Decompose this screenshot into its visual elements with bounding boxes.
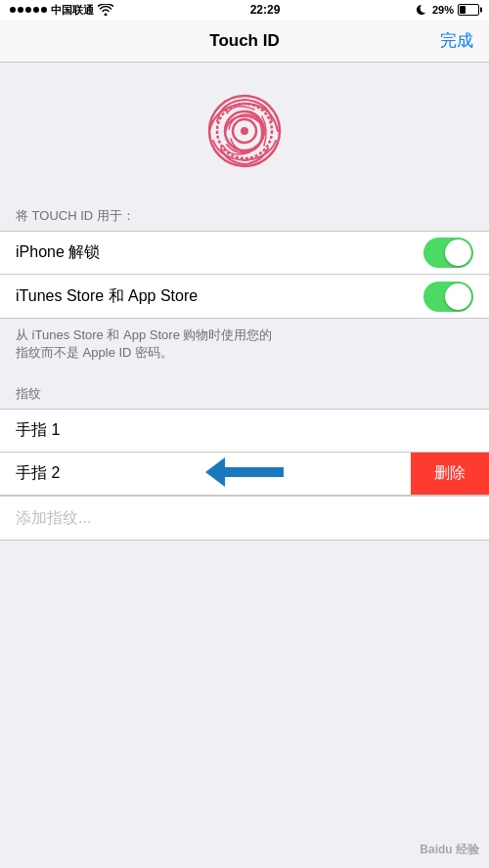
toggle-knob-2 xyxy=(445,283,471,310)
nav-bar: Touch ID 完成 xyxy=(0,20,489,63)
signal-dot-3 xyxy=(25,7,31,13)
add-fingerprint-label: 添加指纹... xyxy=(16,508,91,529)
watermark: Baidu 经验 xyxy=(420,842,479,858)
delete-label: 删除 xyxy=(434,463,466,484)
signal-dot-1 xyxy=(10,7,16,13)
status-bar: 中国联通 22:29 29% xyxy=(0,0,489,20)
fingerprint-section xyxy=(0,63,489,199)
touch-id-list-group: iPhone 解锁 iTunes Store 和 App Store xyxy=(0,231,489,319)
finger-2-content: 手指 2 xyxy=(0,453,411,496)
appstore-item: iTunes Store 和 App Store xyxy=(0,275,489,318)
add-fingerprint-item[interactable]: 添加指纹... xyxy=(0,497,489,540)
appstore-label: iTunes Store 和 App Store xyxy=(16,286,198,307)
add-fingerprint-group: 添加指纹... xyxy=(0,496,489,541)
moon-icon xyxy=(417,4,428,16)
finger-1-label: 手指 1 xyxy=(16,420,60,441)
signal-dot-2 xyxy=(18,7,23,13)
fingerprint-icon xyxy=(205,92,284,170)
description-text: 从 iTunes Store 和 App Store 购物时使用您的指纹而不是 … xyxy=(16,327,272,360)
finger-1-item[interactable]: 手指 1 xyxy=(0,410,489,453)
nav-title: Touch ID xyxy=(209,31,279,51)
delete-button[interactable]: 删除 xyxy=(411,453,489,496)
appstore-toggle[interactable] xyxy=(423,282,473,312)
battery-percent: 29% xyxy=(432,4,454,16)
signal-dots xyxy=(10,7,47,13)
status-bar-left: 中国联通 xyxy=(10,3,113,18)
done-button[interactable]: 完成 xyxy=(440,29,473,52)
finger-2-swiped-item[interactable]: 手指 2 删除 xyxy=(0,453,489,496)
iphone-unlock-label: iPhone 解锁 xyxy=(16,242,100,263)
signal-dot-4 xyxy=(33,7,39,13)
fingerprints-section-label: 指纹 xyxy=(0,369,489,409)
iphone-unlock-item: iPhone 解锁 xyxy=(0,232,489,275)
svg-marker-5 xyxy=(205,457,284,487)
signal-dot-5 xyxy=(41,7,47,13)
carrier-label: 中国联通 xyxy=(51,3,94,18)
touch-id-section-label: 将 TOUCH ID 用于： xyxy=(0,199,489,231)
svg-point-4 xyxy=(241,127,248,135)
wifi-icon xyxy=(98,4,113,16)
status-bar-right: 29% xyxy=(417,4,479,16)
swipe-arrow-left xyxy=(205,457,284,491)
toggle-knob-1 xyxy=(445,239,471,266)
description-section: 从 iTunes Store 和 App Store 购物时使用您的指纹而不是 … xyxy=(0,319,489,369)
battery-fill xyxy=(460,6,466,14)
battery-icon xyxy=(458,4,479,16)
iphone-unlock-toggle[interactable] xyxy=(423,238,473,268)
fingerprints-list-group: 手指 1 手指 2 删除 xyxy=(0,409,489,496)
finger-2-label: 手指 2 xyxy=(16,463,60,484)
status-bar-time: 22:29 xyxy=(250,3,281,17)
